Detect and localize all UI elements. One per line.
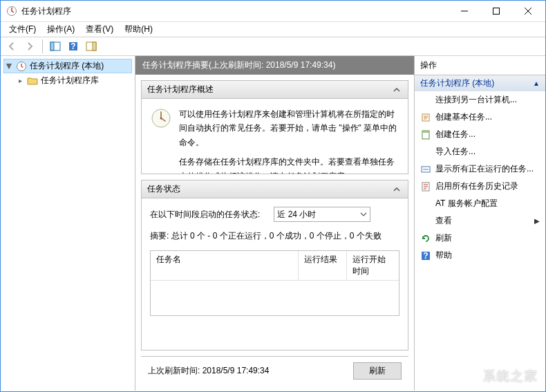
center-panel: 任务计划程序摘要(上次刷新时间: 2018/5/9 17:49:34) 任务计划… [135,56,414,391]
action-help-label: 帮助 [435,250,540,261]
action-refresh-label: 刷新 [435,232,540,244]
action-refresh[interactable]: 刷新 [415,230,545,247]
refresh-button[interactable]: 刷新 [353,362,402,380]
action-create-basic-label: 创建基本任务... [435,111,540,123]
back-button [3,38,20,55]
status-period-label: 在以下时间段启动的任务状态: [150,209,260,221]
tree-root-node[interactable]: ⯆ 任务计划程序 (本地) [3,59,132,73]
action-import-label: 导入任务... [435,146,540,158]
overview-paragraph-2: 任务存储在任务计划程序库的文件夹中。若要查看单独任务上的操作或执行该操作，请在任… [179,155,399,174]
action-show-running[interactable]: 显示所有正在运行的任务... [415,160,545,178]
status-period-dropdown[interactable]: 近 24 小时 [274,207,370,222]
show-action-pane-button[interactable] [83,38,100,55]
overview-header: 任务计划程序概述 [142,81,408,99]
action-at-service-label: AT 服务帐户配置 [435,198,540,209]
status-period-value: 近 24 小时 [277,209,316,221]
tree-root-label: 任务计划程序 (本地) [30,60,104,72]
collapse-icon: ▲ [533,80,540,87]
tree-library-label: 任务计划程序库 [41,75,99,86]
menu-file[interactable]: 文件(F) [3,22,41,37]
summary-header: 任务计划程序摘要(上次刷新时间: 2018/5/9 17:49:34) [135,56,414,75]
action-create-basic-task[interactable]: 创建基本任务... [415,109,545,126]
folder-icon [27,75,38,86]
col-run-start[interactable]: 运行开始时间 [347,251,399,280]
svg-rect-14 [422,131,429,133]
action-enable-history[interactable]: 启用所有任务历史记录 [415,178,545,195]
overview-paragraph-1: 可以使用任务计划程序来创建和管理计算机将在所指定的时间自动执行的常见任务。若要开… [179,107,399,149]
action-show-running-label: 显示所有正在运行的任务... [435,163,540,175]
clock-icon [16,61,27,72]
action-create-task-label: 创建任务... [435,129,540,140]
col-task-name[interactable]: 任务名 [151,251,299,280]
svg-rect-1 [493,8,500,15]
menu-help[interactable]: 帮助(H) [119,22,158,37]
app-icon [6,6,17,17]
action-connect-label: 连接到另一台计算机... [435,94,540,106]
toolbar: ? [1,37,545,56]
svg-point-11 [160,118,162,120]
forward-button [21,38,38,55]
collapse-button[interactable] [391,84,402,95]
submenu-arrow-icon: ▶ [534,217,540,225]
overview-title: 任务计划程序概述 [147,84,391,95]
action-import-task[interactable]: 导入任务... [415,143,545,160]
action-help[interactable]: ? 帮助 [415,247,545,264]
menu-bar: 文件(F) 操作(A) 查看(V) 帮助(H) [1,22,545,37]
tree-panel: ⯆ 任务计划程序 (本地) ▸ 任务计划程序库 [1,56,135,391]
window-title: 任务计划程序 [21,6,449,17]
svg-text:?: ? [423,251,428,261]
bottom-bar: 上次刷新时间: 2018/5/9 17:49:34 刷新 [141,356,408,385]
wizard-icon [420,112,431,123]
collapse-button[interactable] [391,184,402,195]
main-area: ⯆ 任务计划程序 (本地) ▸ 任务计划程序库 任务计划程序摘要(上次刷新时间:… [1,56,545,391]
col-run-result[interactable]: 运行结果 [299,251,347,280]
last-refresh-label: 上次刷新时间: 2018/5/9 17:49:34 [148,365,269,377]
status-header: 任务状态 [142,180,408,198]
status-section: 任务状态 在以下时间段启动的任务状态: 近 24 小时 摘要: 总计 0 个 -… [141,180,408,351]
table-header: 任务名 运行结果 运行开始时间 [151,251,399,281]
status-table: 任务名 运行结果 运行开始时间 [150,250,399,316]
actions-category-label: 任务计划程序 (本地) [420,77,494,89]
help-toolbar-button[interactable]: ? [65,38,82,55]
toolbar-separator [42,39,43,53]
maximize-button[interactable] [480,1,512,21]
close-button[interactable] [512,1,544,21]
svg-rect-3 [50,42,54,50]
history-icon [420,181,431,192]
overview-section: 任务计划程序概述 可以使用任务计划程序来创建和管理计算机将在所指定的时间自动执行… [141,80,408,174]
tree-library-node[interactable]: ▸ 任务计划程序库 [3,73,132,88]
refresh-icon [420,233,431,244]
actions-header: 操作 [415,56,545,75]
overview-text: 可以使用任务计划程序来创建和管理计算机将在所指定的时间自动执行的常见任务。若要开… [179,107,399,165]
tree-expander-icon[interactable]: ▸ [16,77,24,84]
minimize-button[interactable] [449,1,480,21]
svg-text:?: ? [70,41,75,51]
status-title: 任务状态 [147,183,391,195]
actions-category[interactable]: 任务计划程序 (本地) ▲ [415,75,545,91]
status-summary: 摘要: 总计 0 个 - 0 个正在运行，0 个成功，0 个停止，0 个失败 [150,230,399,242]
action-at-service[interactable]: AT 服务帐户配置 [415,195,545,212]
actions-panel: 操作 任务计划程序 (本地) ▲ 连接到另一台计算机... 创建基本任务... … [414,56,545,391]
help-icon: ? [420,250,431,261]
running-icon [420,164,431,175]
action-connect[interactable]: 连接到另一台计算机... [415,91,545,109]
action-view-label: 查看 [435,215,530,227]
action-create-task[interactable]: 创建任务... [415,126,545,143]
menu-view[interactable]: 查看(V) [80,22,119,37]
title-bar: 任务计划程序 [1,1,545,22]
svg-rect-7 [93,42,96,50]
action-view[interactable]: 查看 ▶ [415,212,545,230]
show-console-tree-button[interactable] [47,38,64,55]
tree-expander-icon[interactable]: ⯆ [5,62,13,70]
action-enable-history-label: 启用所有任务历史记录 [435,180,540,192]
chevron-down-icon [360,211,367,218]
menu-action[interactable]: 操作(A) [41,22,80,37]
task-icon [420,129,431,140]
clock-large-icon [150,107,172,129]
